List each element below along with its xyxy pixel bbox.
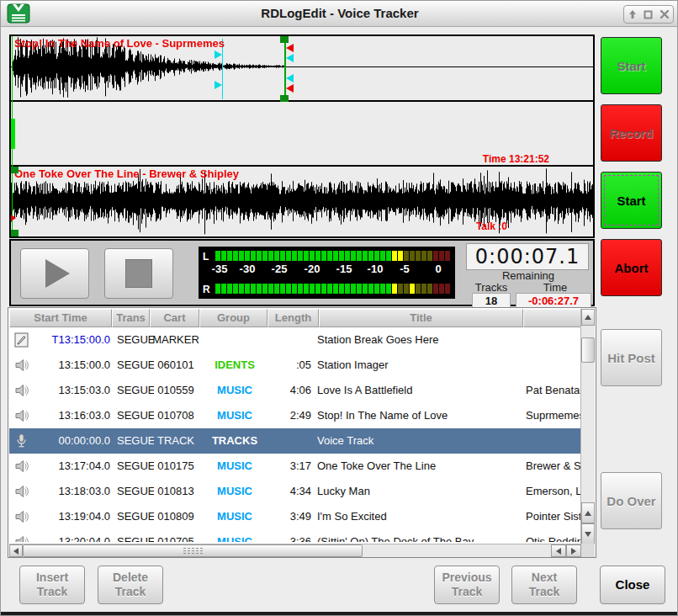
cell-cart: 060101 (151, 353, 201, 378)
start-1-button[interactable]: Start (601, 37, 662, 94)
record-button[interactable]: Record (601, 104, 662, 162)
cell-cart: 010559 (151, 378, 201, 403)
transport-panel: L -35-30-25-20-15-10-50 R 0:00:07.1 Rema… (9, 239, 595, 306)
cell-trans: SEGUE (117, 428, 154, 454)
start-marker-handle[interactable] (11, 230, 19, 236)
previous-track-button[interactable]: Previous Track (434, 566, 500, 604)
scroll-left-button[interactable] (551, 544, 566, 557)
header-start-time[interactable]: Start Time (9, 309, 112, 327)
meter-segment (233, 251, 238, 261)
start-2-button[interactable]: Start (601, 172, 662, 229)
cell-length: 4:34 (275, 479, 311, 504)
meter-segment (380, 251, 385, 261)
meter-segment (363, 251, 368, 261)
meter-segment (427, 251, 432, 261)
microphone-icon (14, 433, 29, 449)
stop-button[interactable] (104, 248, 173, 299)
log-row[interactable]: 13:15:03.0SEGUE010559MUSIC4:06Love Is A … (9, 378, 581, 403)
talk-marker-handle-icon[interactable] (215, 50, 222, 59)
segue-marker-handle-icon[interactable] (286, 74, 294, 82)
segue-marker-handle-icon[interactable] (286, 54, 294, 62)
meter-segment (310, 284, 315, 294)
next-track-button[interactable]: Next Track (511, 566, 577, 604)
arrow-left-icon (13, 548, 19, 555)
meter-segment (304, 284, 309, 294)
left-channel-label: L (203, 251, 209, 263)
meter-segment (374, 284, 379, 294)
meter-segment (445, 284, 450, 294)
arrow-up-icon (585, 315, 591, 320)
shade-window-button[interactable] (627, 8, 638, 20)
cell-length: 3:49 (275, 504, 311, 529)
meter-segment (421, 251, 426, 261)
meter-scale: -35-30-25-20-15-10-50 (199, 263, 455, 276)
title-bar[interactable]: RDLogEdit - Voice Tracker (1, 1, 678, 27)
scroll-left-button[interactable] (9, 544, 23, 557)
meter-segment (262, 284, 267, 294)
insert-track-button[interactable]: Insert Track (19, 566, 85, 604)
meter-segment (433, 251, 438, 261)
cell-group: MUSIC (201, 454, 268, 479)
vertical-scrollbar[interactable] (580, 309, 595, 544)
cell-length: :05 (275, 353, 311, 378)
meter-segment (298, 284, 303, 294)
cell-title: Lucky Man (317, 479, 524, 504)
meter-segment (239, 251, 244, 261)
scrollbar-corner (581, 544, 595, 557)
meter-segment (315, 284, 320, 294)
header-title[interactable]: Title (319, 309, 523, 327)
play-icon (45, 259, 70, 288)
cell-group: MUSIC (201, 504, 268, 529)
log-row[interactable]: 13:17:04.0SEGUE010175MUSIC3:17One Toke O… (9, 454, 581, 479)
note-icon (14, 332, 29, 348)
header-blank[interactable] (523, 309, 581, 327)
header-cart[interactable]: Cart (150, 309, 199, 327)
meter-segment (245, 251, 250, 261)
end-marker-handle-icon[interactable] (286, 84, 294, 93)
scroll-up-button[interactable] (581, 502, 595, 523)
play-button[interactable] (20, 248, 89, 299)
scroll-down-button[interactable] (581, 523, 595, 544)
meter-segment (221, 284, 226, 294)
delete-track-button[interactable]: Delete Track (98, 566, 163, 604)
cell-cart: 010705 (151, 529, 201, 542)
scroll-right-button[interactable] (566, 544, 581, 557)
log-row[interactable]: 13:19:04.0SEGUE010809MUSIC3:49I'm So Exc… (9, 504, 581, 529)
speaker-icon-cell (14, 358, 31, 373)
meter-segment (416, 284, 421, 294)
log-row[interactable]: 13:16:03.0SEGUE010708MUSIC2:49Stop! In T… (9, 403, 581, 428)
log-row[interactable]: T13:15:00.0SEGUEMARKERStation Break Goes… (9, 327, 581, 353)
meter-segment (386, 284, 391, 294)
fade-marker-handle[interactable] (280, 36, 289, 43)
scroll-up-button[interactable] (581, 309, 595, 326)
meter-segment (304, 251, 309, 261)
meter-segment (392, 284, 397, 294)
vertical-scroll-thumb[interactable] (581, 337, 595, 363)
start-marker-handle[interactable] (11, 167, 19, 173)
maximize-window-button[interactable] (643, 8, 654, 20)
meter-segment (392, 251, 397, 261)
cell-group (201, 327, 268, 353)
header-group[interactable]: Group (199, 309, 267, 327)
log-row[interactable]: 13:18:03.0SEGUE010813MUSIC4:34Lucky ManE… (9, 479, 581, 504)
start-marker-icon[interactable] (11, 215, 16, 221)
fade-marker-handle[interactable] (280, 95, 289, 102)
stop-icon (125, 259, 152, 288)
hit-post-button[interactable]: Hit Post (601, 329, 662, 386)
close-window-button[interactable] (659, 8, 670, 20)
horizontal-scrollbar[interactable] (9, 544, 581, 557)
meter-scale-label: -5 (400, 263, 410, 275)
talk-marker-handle-icon[interactable] (215, 81, 222, 89)
log-row[interactable]: 00:00:00.0SEGUETRACKTRACKSVoice Track (9, 428, 581, 454)
do-over-button[interactable]: Do Over (601, 472, 662, 529)
header-length[interactable]: Length (267, 309, 319, 327)
horizontal-scroll-thumb[interactable] (23, 544, 363, 557)
close-button[interactable]: Close (600, 566, 665, 604)
log-row[interactable]: 13:20:04.0SEGUE010705MUSIC3:36(Sittin' O… (9, 529, 581, 542)
log-row[interactable]: 13:15:00.0SEGUE060101IDENTS:05Station Im… (9, 353, 581, 378)
header-trans[interactable]: Trans (112, 309, 150, 327)
meter-segment (215, 251, 220, 261)
abort-button[interactable]: Abort (601, 239, 662, 296)
end-marker-handle-icon[interactable] (286, 44, 294, 52)
window-controls (623, 5, 674, 24)
